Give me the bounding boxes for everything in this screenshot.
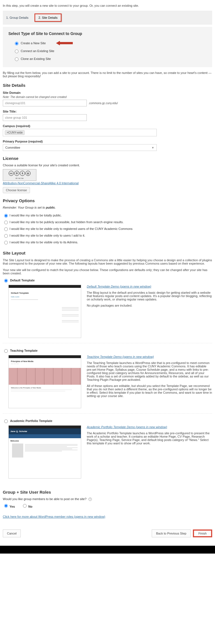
domain-suffix: .commons.gc.cuny.edu/: [88, 102, 118, 105]
domain-label: Site Domain: [3, 91, 212, 94]
title-input[interactable]: [3, 114, 87, 121]
site-details-heading: Site Details: [3, 83, 212, 88]
license-heading: License: [3, 156, 212, 161]
step-tabs: 1. Group Details 2. Site Details: [3, 11, 212, 25]
license-link[interactable]: Attribution-NonCommercial-ShareAlike 4.0…: [3, 181, 79, 185]
link-portfolio-demo[interactable]: Academic Portfolio Template Demo (opens …: [87, 425, 167, 429]
label-privacy-registered: I would like my site to be visible only …: [10, 227, 132, 230]
desc-teaching-2: All of these options are editable, but s…: [87, 384, 212, 398]
desc-default-1: The Blog layout is the default and provi…: [87, 291, 212, 301]
radio-create-new[interactable]: [15, 42, 18, 45]
domain-input[interactable]: [3, 100, 87, 106]
radio-privacy-added[interactable]: [4, 234, 8, 238]
label-teaching-template: Teaching Template: [10, 349, 38, 352]
layout-p2: Your new site will be configured to matc…: [3, 268, 212, 275]
radio-default-template[interactable]: [4, 279, 8, 283]
label-privacy-public: I would like my site to be totally publi…: [10, 214, 62, 217]
purpose-label: Primary Purpose (required): [3, 140, 212, 143]
radio-privacy-admins[interactable]: [4, 241, 8, 244]
radio-privacy-hidden[interactable]: [4, 221, 8, 224]
page-footer: [0, 546, 215, 554]
select-type-heading: Select Type of Site to Connect to Group: [8, 31, 207, 36]
campus-label: Campus (required): [3, 124, 212, 128]
label-roles-no: No: [28, 505, 32, 508]
label-privacy-hidden: I would like my site to be publicly acce…: [10, 220, 123, 224]
campus-input[interactable]: ×CUNY-wide: [3, 129, 157, 136]
label-default-template: Default Template: [10, 279, 35, 282]
help-icon[interactable]: ?: [88, 498, 92, 501]
license-sub: Choose a suitable license for your site'…: [3, 164, 212, 167]
layout-p1: The Site Layout tool is designed to make…: [3, 258, 212, 265]
radio-teaching-template[interactable]: [4, 349, 8, 353]
cc-license-icon: cc①$◎ BY NC SA: [3, 169, 36, 181]
title-label: Site Title:: [3, 110, 212, 113]
cancel-button[interactable]: Cancel: [3, 529, 21, 537]
chevron-down-icon: ▼: [151, 146, 154, 149]
tab-group-details[interactable]: 1. Group Details: [6, 16, 28, 19]
desc-teaching-1: The Teaching Template launches a WordPre…: [87, 361, 212, 381]
purpose-select[interactable]: Committee ▼: [3, 144, 157, 151]
thumb-teaching-template: Principles of New Media ___ ___ ___ Welc…: [8, 355, 81, 408]
label-privacy-admins: I would like my site to be visible only …: [10, 241, 78, 244]
privacy-reminder: Reminder: Your Group is set to public.: [3, 206, 212, 209]
label-clone-existing: Clone an Existing Site: [21, 57, 51, 60]
radio-roles-yes[interactable]: [4, 504, 8, 508]
select-type-box: Select Type of Site to Connect to Group …: [3, 27, 212, 67]
roles-heading: Group + Site User Roles: [3, 490, 212, 494]
desc-default-2: No plugin packages are included.: [87, 304, 212, 307]
label-roles-yes: Yes: [10, 505, 15, 508]
intro-text: In this step, you will create a new site…: [3, 3, 212, 11]
label-connect-existing: Connect an Existing Site: [21, 49, 54, 53]
link-teaching-demo[interactable]: Teaching Template Demo (opens in new win…: [87, 355, 154, 358]
radio-connect-existing[interactable]: [15, 50, 18, 53]
campus-tag[interactable]: ×CUNY-wide: [5, 130, 25, 135]
radio-privacy-registered[interactable]: [4, 227, 8, 231]
label-privacy-added: I would like my site to be visible only …: [10, 234, 85, 237]
roles-question: Would you like group members to be able …: [3, 497, 87, 501]
arrow-icon: [56, 40, 73, 46]
thumb-default-template: Default Template Hello world: [8, 285, 81, 338]
choose-license-button[interactable]: Choose license: [3, 187, 30, 193]
link-default-demo[interactable]: Default Template Demo (opens in new wind…: [87, 285, 151, 288]
back-button[interactable]: Back to Previous Step: [152, 529, 190, 537]
domain-note: Note: The domain cannot be changed once …: [3, 95, 212, 99]
radio-roles-no[interactable]: [23, 504, 27, 508]
form-intro-text: By filling out the form below, you can a…: [3, 71, 212, 78]
label-create-new: Create a New Site: [21, 41, 46, 45]
link-member-roles[interactable]: Click here for more about WordPress memb…: [3, 515, 105, 518]
purpose-value: Committee: [5, 146, 20, 149]
layout-heading: Site Layout: [3, 251, 212, 255]
thumb-portfolio-template: Jane Q. Scholar Welcome: [8, 425, 81, 479]
label-portfolio-template: Academic Portfolio Template: [10, 419, 52, 423]
desc-portfolio-1: The Academic Portfolio Template launches…: [87, 431, 212, 445]
radio-clone-existing[interactable]: [15, 57, 18, 61]
radio-portfolio-template[interactable]: [4, 419, 8, 423]
privacy-heading: Privacy Options: [3, 198, 212, 203]
tab-site-details[interactable]: 2. Site Details: [34, 13, 62, 22]
radio-privacy-public[interactable]: [4, 214, 8, 218]
svg-marker-0: [56, 41, 73, 45]
finish-button[interactable]: Finish: [193, 529, 212, 537]
